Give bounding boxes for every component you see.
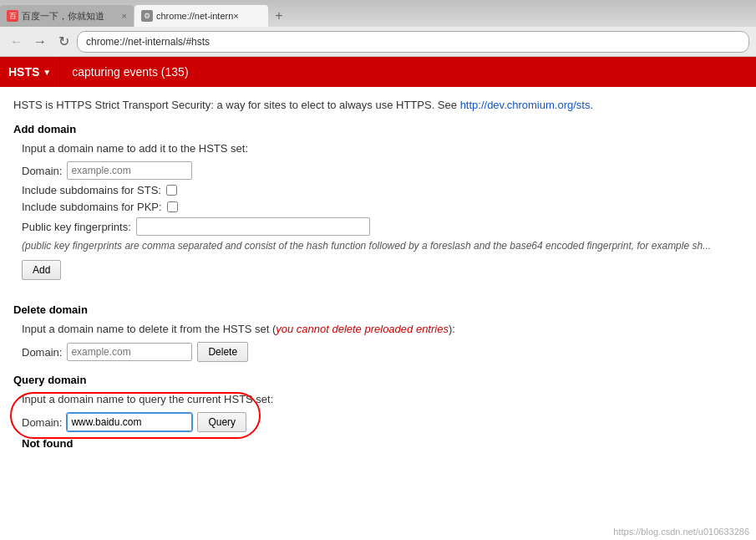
- reload-button[interactable]: ↻: [53, 32, 74, 52]
- address-protocol: chrome://: [86, 36, 128, 48]
- description-text-after: .: [590, 99, 593, 111]
- main-content: HSTS is HTTPS Strict Transport Security:…: [0, 87, 756, 473]
- tab-baidu-label: 百度一下，你就知道: [22, 10, 119, 23]
- tab-bar: 百 百度一下，你就知道 × ⚙ chrome://net-intern× +: [0, 0, 756, 27]
- hsts-dropdown-button[interactable]: HSTS ▼: [0, 57, 60, 87]
- tab-netinternals[interactable]: ⚙ chrome://net-intern×: [134, 5, 268, 27]
- address-bar[interactable]: chrome://net-internals/#hsts: [77, 31, 749, 53]
- sts-checkbox[interactable]: [166, 185, 177, 196]
- sts-checkbox-row: Include subdomains for STS:: [13, 184, 743, 196]
- watermark: https://blog.csdn.net/u010633286: [613, 527, 749, 537]
- add-domain-row: Domain:: [13, 161, 743, 180]
- query-domain-label: Domain:: [22, 416, 62, 429]
- delete-domain-section: Delete domain Input a domain name to del…: [13, 303, 743, 362]
- fingerprint-input[interactable]: [136, 217, 370, 236]
- tab-favicon-baidu: 百: [7, 10, 18, 22]
- add-domain-subtitle: Input a domain name to add it to the HST…: [13, 142, 743, 155]
- sts-label: Include subdomains for STS:: [22, 184, 161, 196]
- add-domain-input[interactable]: [67, 161, 192, 180]
- add-button[interactable]: Add: [22, 260, 61, 280]
- address-hash: /#hsts: [183, 36, 210, 48]
- event-count-label: capturing events (135): [60, 65, 200, 79]
- query-result: Not found: [13, 437, 743, 450]
- delete-domain-input[interactable]: [67, 343, 192, 361]
- delete-domain-subtitle: Input a domain name to delete it from th…: [13, 323, 743, 335]
- query-domain-section: Query domain Input a domain name to quer…: [13, 374, 743, 450]
- address-host: net-internals: [128, 36, 183, 48]
- dropdown-arrow-icon: ▼: [43, 68, 51, 77]
- new-tab-button[interactable]: +: [268, 5, 290, 27]
- query-domain-input[interactable]: [67, 413, 192, 431]
- add-domain-section: Add domain Input a domain name to add it…: [13, 123, 743, 292]
- pkp-checkbox-row: Include subdomains for PKP:: [13, 201, 743, 213]
- pkp-label: Include subdomains for PKP:: [22, 201, 162, 213]
- tab-netinternals-label: chrome://net-intern×: [156, 11, 261, 21]
- delete-domain-title: Delete domain: [13, 303, 743, 316]
- add-button-row: Add: [13, 260, 743, 292]
- query-domain-subtitle: Input a domain name to query the current…: [13, 393, 743, 405]
- address-url: chrome://net-internals/#hsts: [86, 36, 210, 48]
- query-domain-row: Domain: Query: [13, 412, 743, 432]
- hsts-header: HSTS ▼ capturing events (135): [0, 57, 756, 87]
- tab-baidu-close[interactable]: ×: [122, 11, 127, 21]
- add-domain-label: Domain:: [22, 165, 62, 177]
- query-button[interactable]: Query: [197, 412, 246, 432]
- tab-favicon-netinternals: ⚙: [141, 10, 153, 22]
- forward-button[interactable]: →: [30, 32, 50, 52]
- delete-domain-label: Domain:: [22, 346, 62, 359]
- browser-chrome: 百 百度一下，你就知道 × ⚙ chrome://net-intern× + ←…: [0, 0, 756, 57]
- tab-baidu[interactable]: 百 百度一下，你就知道 ×: [0, 5, 134, 27]
- fingerprint-label: Public key fingerprints:: [22, 221, 131, 233]
- chromium-sts-link[interactable]: http://dev.chromium.org/sts: [460, 99, 591, 111]
- delete-button[interactable]: Delete: [197, 342, 248, 362]
- hsts-dropdown-label: HSTS: [8, 65, 39, 79]
- query-domain-title: Query domain: [13, 374, 743, 386]
- delete-domain-row: Domain: Delete: [13, 342, 743, 362]
- fingerprint-row: Public key fingerprints:: [13, 217, 743, 236]
- add-domain-title: Add domain: [13, 123, 743, 135]
- back-button[interactable]: ←: [7, 32, 27, 52]
- description-text-before: HSTS is HTTPS Strict Transport Security:…: [13, 99, 460, 111]
- nav-bar: ← → ↻ chrome://net-internals/#hsts: [0, 27, 756, 57]
- description-line: HSTS is HTTPS Strict Transport Security:…: [13, 99, 743, 111]
- fingerprint-note: (public key fingerprints are comma separ…: [13, 240, 743, 252]
- pkp-checkbox[interactable]: [167, 201, 178, 212]
